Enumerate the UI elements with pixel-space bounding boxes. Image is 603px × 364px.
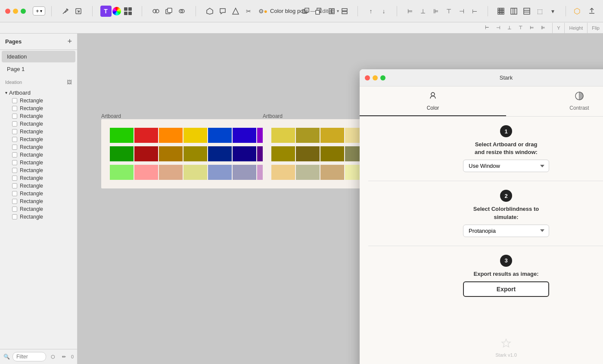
- add-page-button[interactable]: +: [67, 37, 72, 46]
- layer-name: Rectangle: [20, 183, 43, 189]
- color-wheel-button[interactable]: [112, 7, 121, 15]
- edit-mode-button[interactable]: ✏: [60, 352, 68, 361]
- scissors-button[interactable]: ✂: [242, 5, 255, 17]
- colorblindness-select[interactable]: Protanopia Deuteranopia Tritanopia Achro…: [463, 225, 549, 237]
- layout-grid-button[interactable]: [495, 5, 507, 17]
- align-top-button[interactable]: ⊤: [443, 5, 455, 17]
- layer-checkbox[interactable]: [12, 168, 17, 173]
- stark-close-button[interactable]: [365, 75, 370, 80]
- align-icon-4[interactable]: ⊤: [516, 23, 525, 33]
- list-item[interactable]: Rectangle: [3, 167, 74, 174]
- align-icon-2[interactable]: ⊣: [494, 23, 503, 33]
- list-item[interactable]: Rectangle: [3, 197, 74, 205]
- list-item[interactable]: Rectangle: [3, 120, 74, 128]
- stark-maximize-button[interactable]: [380, 75, 385, 80]
- layer-checkbox[interactable]: [12, 160, 17, 165]
- filter-input[interactable]: [16, 354, 42, 360]
- tab-color[interactable]: Color: [360, 86, 506, 116]
- layout-dropdown-button[interactable]: ▾: [547, 5, 559, 17]
- layout-cols-button[interactable]: [508, 5, 520, 17]
- chat-button[interactable]: [217, 5, 229, 17]
- align-icon-6[interactable]: ⊫: [538, 23, 548, 33]
- title-chevron-icon[interactable]: ▾: [337, 9, 339, 13]
- tab-contrast[interactable]: Contrast: [506, 86, 603, 116]
- grid-toggle-button[interactable]: [122, 5, 134, 17]
- stark-plugin-button[interactable]: ⬡: [571, 5, 583, 17]
- boolean-subtract-button[interactable]: [163, 5, 175, 17]
- arrange-row-button[interactable]: [339, 5, 351, 17]
- layer-checkbox[interactable]: [12, 199, 17, 204]
- text-tool-button[interactable]: T: [100, 6, 112, 17]
- align-bottom-button[interactable]: ⊢: [469, 5, 481, 17]
- layer-checkbox[interactable]: [12, 207, 17, 212]
- layer-checkbox[interactable]: [12, 176, 17, 181]
- use-window-select[interactable]: Use Window Select Artboard: [463, 160, 549, 172]
- distribute-down-button[interactable]: ↓: [378, 5, 390, 17]
- swatch: [110, 146, 134, 161]
- align-icon-5[interactable]: ⊨: [527, 23, 537, 33]
- layer-checkbox[interactable]: [12, 121, 17, 126]
- canvas-area[interactable]: Artboard: [78, 34, 603, 364]
- list-item[interactable]: Rectangle: [3, 159, 74, 167]
- vector-button[interactable]: [230, 5, 242, 17]
- align-middle-button[interactable]: ⊣: [456, 5, 468, 17]
- artboard-button[interactable]: ⬚: [534, 5, 546, 17]
- layer-checkbox[interactable]: [12, 114, 17, 119]
- layer-checkbox[interactable]: [12, 137, 17, 142]
- layer-checkbox[interactable]: [12, 106, 17, 111]
- svg-rect-18: [498, 10, 500, 12]
- align-right-button[interactable]: ⊫: [430, 5, 442, 17]
- export-button[interactable]: Export: [463, 281, 549, 297]
- list-item[interactable]: Rectangle: [3, 97, 74, 105]
- boolean-union-button[interactable]: [150, 5, 162, 17]
- align-left-button[interactable]: ⊨: [404, 5, 416, 17]
- layer-checkbox[interactable]: [12, 152, 17, 157]
- list-item[interactable]: Rectangle: [3, 151, 74, 159]
- share-button[interactable]: [586, 5, 598, 17]
- flip-label: Flip: [592, 25, 600, 31]
- stark-minimize-button[interactable]: [373, 75, 378, 80]
- list-item[interactable]: Rectangle: [3, 105, 74, 112]
- stark-titlebar: Stark: [360, 69, 603, 86]
- list-item[interactable]: Rectangle: [3, 213, 74, 221]
- boolean-intersect-button[interactable]: [176, 5, 188, 17]
- view-tools: ⬚ ▾: [495, 5, 559, 17]
- layer-checkbox[interactable]: [12, 191, 17, 196]
- scale-tool-button[interactable]: [72, 5, 84, 17]
- list-item[interactable]: Rectangle: [3, 182, 74, 190]
- swatch: [183, 165, 207, 180]
- artboard-expand-button[interactable]: ▾ Artboard: [3, 89, 74, 97]
- layer-mode-button[interactable]: ⬡: [49, 352, 57, 361]
- height-label: Height: [569, 25, 583, 31]
- filter-input-container[interactable]: [12, 352, 46, 361]
- align-center-button[interactable]: ⊥: [417, 5, 429, 17]
- page-item-ideation[interactable]: Ideation: [2, 51, 75, 62]
- pen-tool-button[interactable]: [59, 5, 71, 17]
- mask-button[interactable]: [204, 5, 216, 17]
- layer-checkbox[interactable]: [12, 129, 17, 134]
- close-button[interactable]: [5, 9, 10, 14]
- swatch: [110, 128, 134, 143]
- list-item[interactable]: Rectangle: [3, 174, 74, 182]
- layer-checkbox[interactable]: [12, 183, 17, 188]
- distribute-up-button[interactable]: ↑: [365, 5, 377, 17]
- list-item[interactable]: Rectangle: [3, 143, 74, 151]
- maximize-button[interactable]: [21, 9, 26, 14]
- align-icon-3[interactable]: ⊥: [505, 23, 514, 33]
- list-item[interactable]: Rectangle: [3, 136, 74, 143]
- list-item[interactable]: Rectangle: [3, 190, 74, 197]
- add-button[interactable]: + ▾: [33, 6, 45, 15]
- swatch: [296, 165, 320, 180]
- list-item[interactable]: Rectangle: [3, 128, 74, 136]
- swatch: [320, 128, 344, 143]
- layout-rows-button[interactable]: [521, 5, 533, 17]
- layer-checkbox[interactable]: [12, 145, 17, 150]
- list-item[interactable]: Rectangle: [3, 112, 74, 120]
- minimize-button[interactable]: [13, 9, 18, 14]
- align-icon-1[interactable]: ⊢: [482, 23, 492, 33]
- list-item[interactable]: Rectangle: [3, 205, 74, 213]
- layer-name: Rectangle: [20, 175, 43, 181]
- layer-checkbox[interactable]: [12, 98, 17, 103]
- page-item-page1[interactable]: Page 1: [2, 63, 75, 75]
- layer-checkbox[interactable]: [12, 214, 17, 219]
